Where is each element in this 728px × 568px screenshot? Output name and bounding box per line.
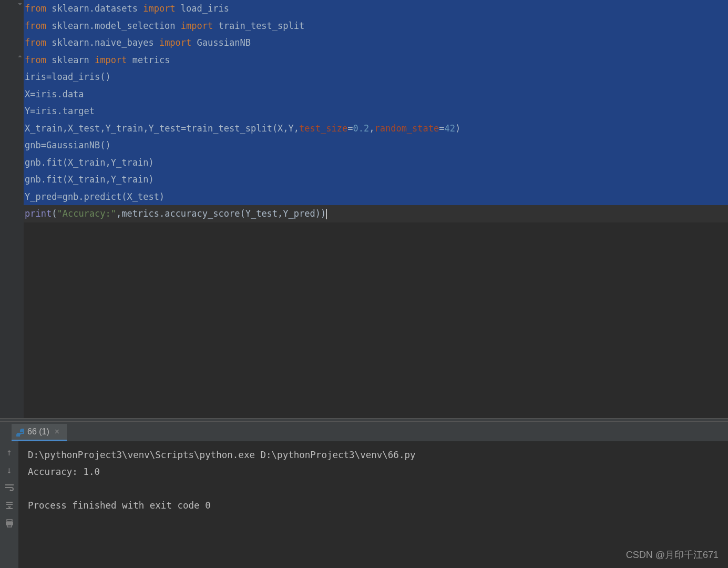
fold-icon[interactable] xyxy=(17,52,23,58)
code-line[interactable]: from sklearn.naive_bayes import Gaussian… xyxy=(24,34,728,52)
gutter xyxy=(0,0,24,418)
python-icon xyxy=(15,427,24,437)
print-icon[interactable] xyxy=(4,518,15,529)
code-line[interactable]: gnb.fit(X_train,Y_train) xyxy=(24,154,728,171)
code-line[interactable]: Y=iris.target xyxy=(24,103,728,120)
console-output[interactable]: D:\pythonProject3\venv\Scripts\python.ex… xyxy=(18,441,728,568)
cursor xyxy=(326,209,327,219)
fold-icon[interactable] xyxy=(17,2,23,8)
code-line[interactable]: from sklearn import metrics xyxy=(24,52,728,69)
run-tab-label: 66 (1) xyxy=(27,427,49,437)
code-line[interactable]: X=iris.data xyxy=(24,86,728,103)
svg-rect-0 xyxy=(7,520,12,522)
svg-rect-1 xyxy=(6,522,13,525)
code-line[interactable]: from sklearn.datasets import load_iris xyxy=(24,0,728,17)
watermark: CSDN @月印千江671 xyxy=(626,549,719,561)
close-icon[interactable]: × xyxy=(53,427,61,437)
svg-rect-2 xyxy=(7,524,12,527)
arrow-up-icon[interactable]: ↑ xyxy=(4,447,15,457)
console-tabs: 66 (1) × xyxy=(0,422,728,441)
code-pane[interactable]: from sklearn.datasets import load_irisfr… xyxy=(24,0,728,418)
run-tab[interactable]: 66 (1) × xyxy=(12,424,67,441)
soft-wrap-icon[interactable] xyxy=(4,482,15,493)
scroll-to-end-icon[interactable] xyxy=(4,500,15,511)
console-body: ↑ ↓ D:\pythonProject3\venv\Scripts\pytho… xyxy=(0,441,728,568)
code-line[interactable]: gnb=GaussianNB() xyxy=(24,137,728,154)
code-line[interactable]: from sklearn.model_selection import trai… xyxy=(24,17,728,35)
code-line[interactable]: print("Accuracy:",metrics.accuracy_score… xyxy=(24,205,728,222)
code-line[interactable]: gnb.fit(X_train,Y_train) xyxy=(24,171,728,188)
code-line[interactable]: iris=load_iris() xyxy=(24,68,728,86)
console-gutter: ↑ ↓ xyxy=(0,441,18,568)
pane-divider[interactable] xyxy=(0,418,728,422)
arrow-down-icon[interactable]: ↓ xyxy=(4,464,15,475)
code-line[interactable]: X_train,X_test,Y_train,Y_test=train_test… xyxy=(24,120,728,137)
editor-area: from sklearn.datasets import load_irisfr… xyxy=(0,0,728,418)
code-line[interactable]: Y_pred=gnb.predict(X_test) xyxy=(24,188,728,206)
console-area: 66 (1) × ↑ ↓ D:\pythonProject3\venv\Scri… xyxy=(0,422,728,568)
